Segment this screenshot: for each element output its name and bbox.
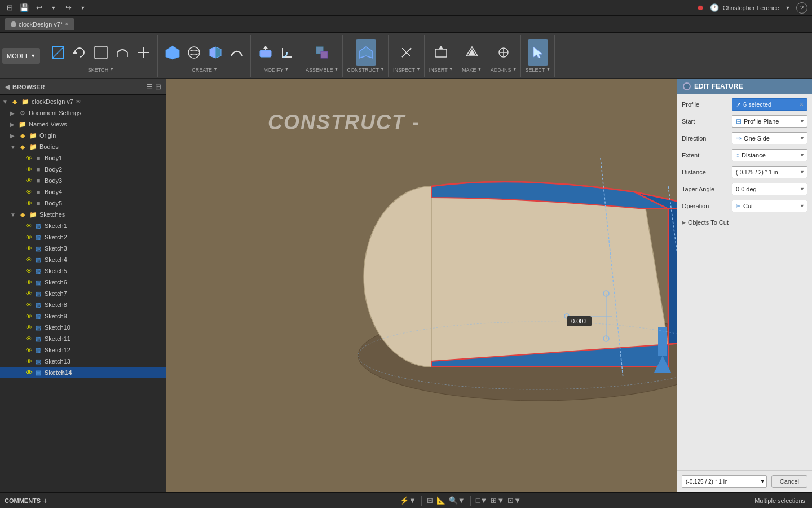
modify-fillet-btn[interactable]	[277, 39, 297, 66]
create-extrude-btn[interactable]	[162, 39, 183, 66]
ef-value-taper[interactable]: 0.0 deg ▼	[732, 183, 807, 195]
construct-plane-btn[interactable]	[356, 39, 376, 66]
tab-close-button[interactable]: ×	[65, 21, 68, 27]
create-revolve-btn[interactable]	[205, 39, 226, 66]
ef-section-objects-to-cut[interactable]: ▶ Objects To Cut	[682, 217, 807, 228]
tree-item-body3[interactable]: 👁 ■ Body3	[0, 175, 166, 186]
clock-icon[interactable]: 🕐	[709, 3, 720, 13]
create-group-arrow[interactable]: ▼	[213, 67, 218, 72]
tree-item-sketch7[interactable]: 👁 ▩ Sketch7	[0, 288, 166, 299]
assemble-new-btn[interactable]	[312, 39, 332, 66]
tree-item-sketch10[interactable]: 👁 ▩ Sketch10	[0, 322, 166, 333]
create-sphere-btn[interactable]	[184, 39, 204, 66]
assemble-group-arrow[interactable]: ▼	[334, 67, 339, 72]
tree-item-named-views[interactable]: ▶ 📁 Named Views	[0, 119, 166, 130]
tree-item-root[interactable]: ▼ ◆ 📁 clockDesign v7 👁	[0, 96, 166, 107]
tree-item-origin[interactable]: ▶ ◆ 📁 Origin	[0, 130, 166, 141]
addins-group-arrow[interactable]: ▼	[513, 67, 517, 72]
ef-footer-distance[interactable]: (-0.125 / 2) * 1 in ▼	[682, 475, 767, 488]
tree-item-sketch6[interactable]: 👁 ▩ Sketch6	[0, 277, 166, 288]
canvas-viewport[interactable]: CONSTRUCT -	[166, 79, 812, 492]
construct-group-arrow[interactable]: ▼	[380, 67, 385, 72]
cancel-button[interactable]: Cancel	[771, 475, 807, 488]
tree-item-doc-settings[interactable]: ▶ ⚙ Document Settings	[0, 107, 166, 119]
tree-item-sketch3[interactable]: 👁 ▩ Sketch3	[0, 243, 166, 254]
insert-btn[interactable]	[431, 39, 451, 66]
make-group-arrow[interactable]: ▼	[477, 67, 482, 72]
undo-icon[interactable]: ↩	[34, 3, 44, 13]
addins-btn[interactable]	[493, 39, 514, 66]
ef-value-extent[interactable]: ↕ Distance ▼	[732, 149, 807, 161]
snap-settings-btn[interactable]: ⚡▼	[400, 496, 416, 505]
make-btn[interactable]	[462, 39, 482, 66]
ef-row-operation: Operation ✂ Cut ▼	[682, 200, 807, 212]
user-name[interactable]: Christopher Ference	[723, 5, 779, 11]
ef-value-direction[interactable]: ⇒ One Side ▼	[732, 132, 807, 144]
tree-item-sketch2[interactable]: 👁 ▩ Sketch2	[0, 231, 166, 243]
save-icon[interactable]: 💾	[19, 3, 29, 13]
svg-marker-8	[166, 46, 179, 59]
sketch11-eye: 👁	[26, 335, 34, 342]
inspect-btn[interactable]	[396, 39, 417, 66]
ef-taper-value: 0.0 deg	[736, 186, 757, 192]
tree-item-sketch1[interactable]: 👁 ▩ Sketch1	[0, 220, 166, 231]
viewport-btn[interactable]: ⊡▼	[508, 496, 521, 505]
tree-item-body1[interactable]: 👁 ■ Body1	[0, 152, 166, 164]
tree-item-body2[interactable]: 👁 ■ Body2	[0, 164, 166, 175]
browser-expand-btn[interactable]: ⊞	[155, 82, 161, 91]
tree-label-sketches: Sketches	[39, 211, 65, 218]
modify-press-pull-btn[interactable]	[255, 39, 276, 66]
sketch-create-btn[interactable]	[48, 39, 68, 66]
tree-item-sketch14[interactable]: 👁 ▩ Sketch14	[0, 367, 166, 378]
ef-value-start[interactable]: ⊟ Profile Plane ▼	[732, 115, 807, 128]
redo-icon[interactable]: ↪	[63, 3, 73, 13]
inspect-group-arrow[interactable]: ▼	[416, 67, 421, 72]
ef-value-operation[interactable]: ✂ Cut ▼	[732, 200, 807, 212]
zoom-btn[interactable]: 🔍▼	[449, 496, 465, 505]
insert-group-arrow[interactable]: ▼	[449, 67, 453, 72]
sketch-arc-btn[interactable]	[112, 39, 133, 66]
tree-label-body5: Body5	[45, 200, 62, 207]
browser-menu-btn[interactable]: ☰	[146, 82, 153, 91]
tree-item-body5[interactable]: 👁 ■ Body5	[0, 198, 166, 209]
active-tab[interactable]: clockDesign v7* ×	[5, 18, 74, 30]
tree-item-body4[interactable]: 👁 ■ Body4	[0, 186, 166, 198]
tree-item-sketch9[interactable]: 👁 ▩ Sketch9	[0, 310, 166, 322]
create-pipe-btn[interactable]	[227, 39, 247, 66]
select-btn[interactable]	[528, 39, 548, 66]
record-icon[interactable]: ⏺	[696, 3, 706, 13]
comments-label: COMMENTS	[5, 497, 41, 504]
tree-item-sketch13[interactable]: 👁 ▩ Sketch13	[0, 356, 166, 367]
tree-item-sketch8[interactable]: 👁 ▩ Sketch8	[0, 299, 166, 310]
ef-footer-arrow: ▼	[760, 479, 765, 484]
ef-value-distance[interactable]: (-0.125 / 2) * 1 in ▼	[732, 166, 807, 178]
sketch-plus-btn[interactable]	[134, 39, 154, 66]
tree-item-bodies[interactable]: ▼ ◆ 📁 Bodies	[0, 141, 166, 152]
sketch1-eye: 👁	[26, 222, 34, 229]
sketch-undo-btn[interactable]	[69, 39, 90, 66]
grid-vis-btn[interactable]: ⊞▼	[491, 496, 504, 505]
tree-item-sketch11[interactable]: 👁 ▩ Sketch11	[0, 333, 166, 344]
help-icon[interactable]: ?	[796, 2, 807, 14]
tree-item-sketch5[interactable]: 👁 ▩ Sketch5	[0, 265, 166, 277]
sketch-line-btn[interactable]	[91, 39, 111, 66]
tree-item-sketch12[interactable]: 👁 ▩ Sketch12	[0, 344, 166, 356]
sketch-group-arrow[interactable]: ▼	[109, 67, 114, 72]
browser-collapse-btn[interactable]: ◀	[5, 82, 10, 91]
user-dropdown[interactable]: ▼	[783, 3, 793, 13]
ef-value-profile[interactable]: ↗ 6 selected ×	[732, 98, 807, 111]
display-mode-btn[interactable]: □▼	[476, 496, 488, 505]
select-group-arrow[interactable]: ▼	[546, 67, 551, 72]
model-button[interactable]: MODEL ▼	[2, 48, 40, 64]
redo-dropdown-icon[interactable]: ▼	[78, 3, 88, 13]
modify-group-arrow[interactable]: ▼	[285, 67, 289, 72]
snap-btn[interactable]: 📐	[436, 496, 445, 505]
ef-profile-clear[interactable]: ×	[800, 100, 804, 108]
tree-item-sketches[interactable]: ▼ ◆ 📁 Sketches	[0, 209, 166, 220]
comments-add-button[interactable]: +	[43, 496, 47, 505]
undo-dropdown-icon[interactable]: ▼	[48, 3, 59, 13]
grid-icon[interactable]: ⊞	[5, 3, 15, 13]
root-eye[interactable]: 👁	[76, 99, 81, 105]
grid-btn[interactable]: ⊞	[427, 496, 433, 505]
tree-item-sketch4[interactable]: 👁 ▩ Sketch4	[0, 254, 166, 265]
